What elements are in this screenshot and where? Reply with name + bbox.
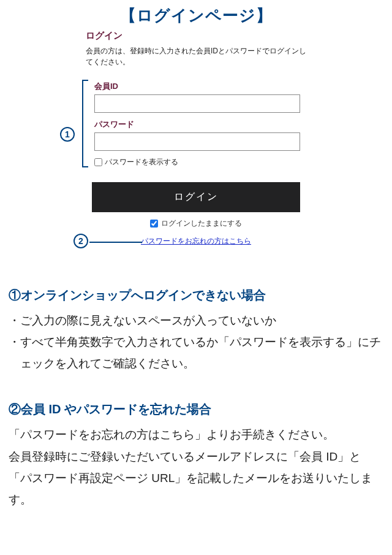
annotation-marker-1: 1 [60,127,75,142]
annotation-line-2 [89,242,142,243]
instruction-2-body: 「パスワードをお忘れの方はこちら」よりお手続きください。 会員登録時にご登録いた… [9,424,383,510]
show-password-row: パスワードを表示する [94,157,300,167]
member-id-input[interactable] [94,94,300,113]
instruction-1-line-2: ・すべて半角英数字で入力されているか「パスワードを表示する」にチェックを入れてご… [9,331,383,374]
stay-logged-row: ログインしたままにする [86,218,306,229]
stay-logged-checkbox[interactable] [150,220,158,228]
password-input[interactable] [94,132,300,151]
show-password-label: パスワードを表示する [105,157,178,167]
instruction-1-body: ・ご入力の際に見えないスペースが入っていないか ・すべて半角英数字で入力されてい… [9,310,383,374]
instruction-1-heading: ①オンラインショップへログインできない場合 [9,287,383,304]
annotation-marker-2: 2 [74,234,88,248]
login-description: 会員の方は、登録時に入力された会員IDとパスワードでログインしてください。 [86,45,306,67]
instruction-1-title: オンラインショップへログインできない場合 [21,288,266,302]
instruction-2-num: ② [9,402,21,416]
login-heading: ログイン [86,30,306,42]
instruction-2-title: 会員 ID やパスワードを忘れた場合 [21,402,211,416]
show-password-checkbox[interactable] [94,158,102,166]
forgot-password-row: 2 パスワードをお忘れの方はこちら [86,236,306,247]
instruction-1-num: ① [9,288,21,302]
page-title: 【ログインページ】 [0,5,392,26]
stay-logged-label: ログインしたままにする [161,219,242,228]
member-id-label: 会員ID [94,81,300,92]
login-panel: ログイン 会員の方は、登録時に入力された会員IDとパスワードでログインしてくださ… [86,30,306,247]
instructions: ①オンラインショップへログインできない場合 ・ご入力の際に見えないスペースが入っ… [9,287,383,510]
password-label: パスワード [94,119,300,130]
login-form: 1 会員ID パスワード パスワードを表示する [86,75,306,171]
login-button[interactable]: ログイン [92,182,300,212]
instruction-1-line-1: ・ご入力の際に見えないスペースが入っていないか [9,310,383,331]
forgot-password-link[interactable]: パスワードをお忘れの方はこちら [141,237,251,245]
annotation-bracket-1 [82,80,88,167]
instruction-2-heading: ②会員 ID やパスワードを忘れた場合 [9,401,383,418]
